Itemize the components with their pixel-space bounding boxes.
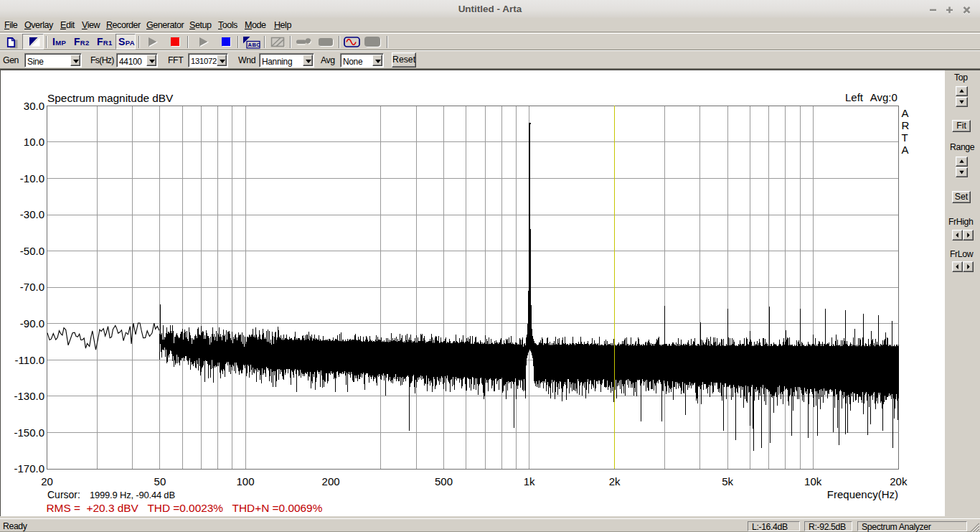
svg-text:Avg:0: Avg:0 — [870, 91, 897, 103]
svg-text:R: R — [902, 119, 910, 131]
svg-text:-50.0: -50.0 — [20, 245, 44, 257]
svg-text:Cursor:: Cursor: — [47, 489, 80, 500]
svg-text:-170.0: -170.0 — [14, 462, 44, 475]
svg-text:5k: 5k — [722, 475, 733, 487]
svg-text:10k: 10k — [804, 475, 822, 487]
svg-text:1k: 1k — [524, 475, 535, 487]
svg-text:T: T — [902, 131, 908, 144]
svg-text:1999.9 Hz, -90.44 dB: 1999.9 Hz, -90.44 dB — [90, 490, 175, 500]
svg-text:-10.0: -10.0 — [20, 172, 44, 185]
svg-text:-130.0: -130.0 — [14, 390, 44, 402]
svg-text:Left: Left — [845, 91, 864, 103]
svg-text:2k: 2k — [609, 475, 621, 487]
svg-text:-110.0: -110.0 — [15, 354, 44, 366]
svg-text:30.0: 30.0 — [24, 100, 44, 112]
svg-text:-90.0: -90.0 — [20, 317, 44, 330]
svg-text:500: 500 — [435, 475, 453, 487]
svg-text:Frequency(Hz): Frequency(Hz) — [827, 488, 898, 500]
svg-text:RMS = +20.3 dBV THD =0.0023: RMS = +20.3 dBV THD =0.0023% THD+N =0.00… — [47, 502, 323, 514]
svg-text:Spectrum magnitude dBV: Spectrum magnitude dBV — [47, 92, 174, 104]
svg-text:10.0: 10.0 — [24, 136, 44, 148]
svg-text:100: 100 — [236, 475, 254, 487]
svg-text:-30.0: -30.0 — [20, 208, 44, 220]
svg-text:20: 20 — [41, 475, 53, 487]
svg-text:-70.0: -70.0 — [20, 281, 44, 293]
svg-text:A: A — [902, 107, 909, 119]
svg-text:200: 200 — [322, 475, 340, 487]
svg-text:-150.0: -150.0 — [14, 426, 44, 439]
svg-text:50: 50 — [154, 475, 166, 487]
svg-text:ABC: ABC — [248, 42, 261, 48]
svg-text:20k: 20k — [890, 475, 908, 487]
svg-text:A: A — [902, 144, 909, 156]
